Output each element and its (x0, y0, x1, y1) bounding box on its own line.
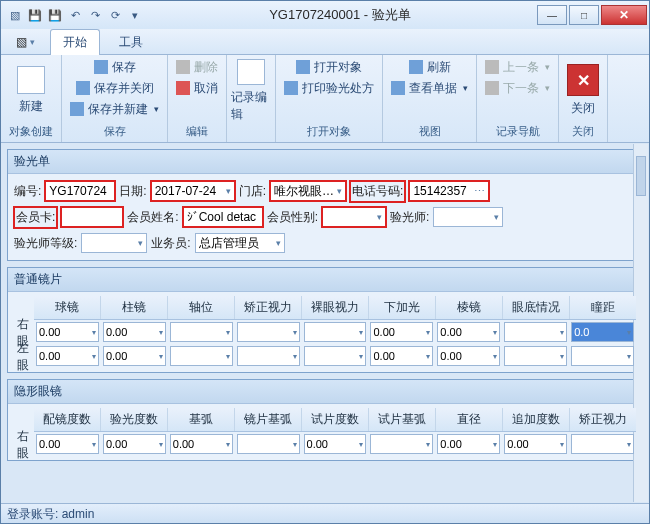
refresh-button[interactable]: 刷新 (405, 57, 455, 77)
phone-field[interactable]: 15142357 (409, 181, 489, 201)
col-header: 柱镜 (101, 296, 168, 319)
grid-cell[interactable] (504, 322, 567, 342)
store-label: 门店: (239, 183, 266, 200)
grid-cell[interactable]: 0.0 (571, 322, 634, 342)
col-header: 棱镜 (436, 296, 503, 319)
saveclose-icon[interactable]: 💾 (47, 7, 63, 23)
sales-label: 业务员: (151, 235, 190, 252)
grid-cell[interactable] (370, 434, 433, 454)
redo-icon[interactable]: ↷ (87, 7, 103, 23)
next-icon (485, 81, 499, 95)
maximize-button[interactable]: □ (569, 5, 599, 25)
save-icon[interactable]: 💾 (27, 7, 43, 23)
grid-cell[interactable] (237, 322, 300, 342)
delete-button[interactable]: 删除 (172, 57, 222, 77)
save-icon (94, 60, 108, 74)
date-field[interactable]: 2017-07-24 (151, 181, 235, 201)
grid-cell[interactable]: 0.00 (370, 322, 433, 342)
grid-cell[interactable] (170, 346, 233, 366)
close-form-button[interactable]: ✕关闭 (563, 59, 603, 123)
save-new-button[interactable]: 保存并新建▾ (66, 99, 163, 119)
grid-cell[interactable]: 0.00 (370, 346, 433, 366)
card-field[interactable] (61, 207, 123, 227)
optom-field[interactable] (433, 207, 503, 227)
print-icon (284, 81, 298, 95)
grid-cell[interactable] (571, 346, 634, 366)
col-header: 基弧 (168, 408, 235, 431)
new-button[interactable]: 新建 (11, 59, 51, 123)
col-header: 球镜 (34, 296, 101, 319)
phone-label: 电话号码: (350, 181, 405, 202)
grid-cell[interactable]: 0.00 (304, 434, 367, 454)
recedit-button[interactable]: 记录编辑 (231, 59, 271, 123)
col-header: 瞳距 (570, 296, 636, 319)
undo-icon[interactable]: ↶ (67, 7, 83, 23)
panel-contact: 隐形眼镜 配镜度数验光度数基弧镜片基弧试片度数试片基弧直径追加度数矫正视力 右眼… (7, 379, 643, 461)
sex-label: 会员性别: (267, 209, 318, 226)
grid-cell[interactable]: 0.00 (103, 346, 166, 366)
close-button[interactable]: ✕ (601, 5, 647, 25)
col-header: 镜片基弧 (235, 408, 302, 431)
open-obj-button[interactable]: 打开对象 (292, 57, 366, 77)
grid-cell[interactable] (237, 346, 300, 366)
store-field[interactable]: 唯尔视眼… (270, 181, 346, 201)
grid-cell[interactable] (504, 346, 567, 366)
group-nav: 记录导航 (492, 124, 544, 140)
contact-r-label: 右眼 (12, 428, 34, 462)
print-rx-button[interactable]: 打印验光处方 (280, 78, 378, 98)
panel-contact-title: 隐形眼镜 (8, 380, 642, 404)
prev-button[interactable]: 上一条▾ (481, 57, 554, 77)
group-close: 关闭 (568, 124, 598, 140)
grid-cell[interactable]: 0.00 (36, 322, 99, 342)
col-header: 试片基弧 (369, 408, 436, 431)
grid-cell[interactable] (237, 434, 300, 454)
scroll-thumb[interactable] (636, 156, 646, 196)
grid-cell[interactable]: 0.00 (437, 322, 500, 342)
col-header: 配镜度数 (34, 408, 101, 431)
save-close-button[interactable]: 保存并关闭 (72, 78, 158, 98)
grid-cell[interactable]: 0.00 (36, 434, 99, 454)
panel-lens-title: 普通镜片 (8, 268, 642, 292)
optom-label: 验光师: (390, 209, 429, 226)
refresh-icon[interactable]: ⟳ (107, 7, 123, 23)
col-header: 追加度数 (503, 408, 570, 431)
grid-cell[interactable] (304, 322, 367, 342)
col-header: 验光度数 (101, 408, 168, 431)
grid-cell[interactable] (170, 322, 233, 342)
mname-field[interactable]: ｼﾞCool detac (183, 207, 263, 227)
level-field[interactable] (81, 233, 147, 253)
group-open: 打开对象 (303, 124, 355, 140)
grid-cell[interactable] (304, 346, 367, 366)
grid-cell[interactable]: 0.00 (170, 434, 233, 454)
content: 验光单 编号: YG170724 日期: 2017-07-24 门店: 唯尔视眼… (1, 143, 649, 503)
no-field[interactable]: YG170724 (45, 181, 115, 201)
recedit-icon (237, 59, 265, 85)
sex-field[interactable] (322, 207, 386, 227)
dropdown-icon[interactable]: ▾ (127, 7, 143, 23)
cancel-icon (176, 81, 190, 95)
group-edit: 编辑 (182, 124, 212, 140)
lens-grid-head: 球镜柱镜轴位矫正视力裸眼视力下加光棱镜眼底情况瞳距 (34, 296, 636, 320)
grid-cell[interactable]: 0.00 (36, 346, 99, 366)
grid-cell[interactable]: 0.00 (103, 434, 166, 454)
group-save: 保存 (100, 124, 130, 140)
grid-cell[interactable]: 0.00 (437, 434, 500, 454)
view-bill-button[interactable]: 查看单据▾ (387, 78, 472, 98)
grid-cell[interactable] (571, 434, 634, 454)
grid-cell[interactable]: 0.00 (504, 434, 567, 454)
menubar: ▧ 开始 工具 (1, 29, 649, 55)
save-button[interactable]: 保存 (90, 57, 140, 77)
close-form-icon: ✕ (567, 64, 599, 96)
cancel-button[interactable]: 取消 (172, 78, 222, 98)
prev-icon (485, 60, 499, 74)
no-label: 编号: (14, 183, 41, 200)
next-button[interactable]: 下一条▾ (481, 78, 554, 98)
minimize-button[interactable]: — (537, 5, 567, 25)
grid-cell[interactable]: 0.00 (103, 322, 166, 342)
file-menu[interactable]: ▧ (7, 31, 44, 53)
tab-start[interactable]: 开始 (50, 29, 100, 55)
tab-tools[interactable]: 工具 (106, 29, 156, 55)
grid-cell[interactable]: 0.00 (437, 346, 500, 366)
sales-field[interactable]: 总店管理员 (195, 233, 285, 253)
col-header: 试片度数 (302, 408, 369, 431)
